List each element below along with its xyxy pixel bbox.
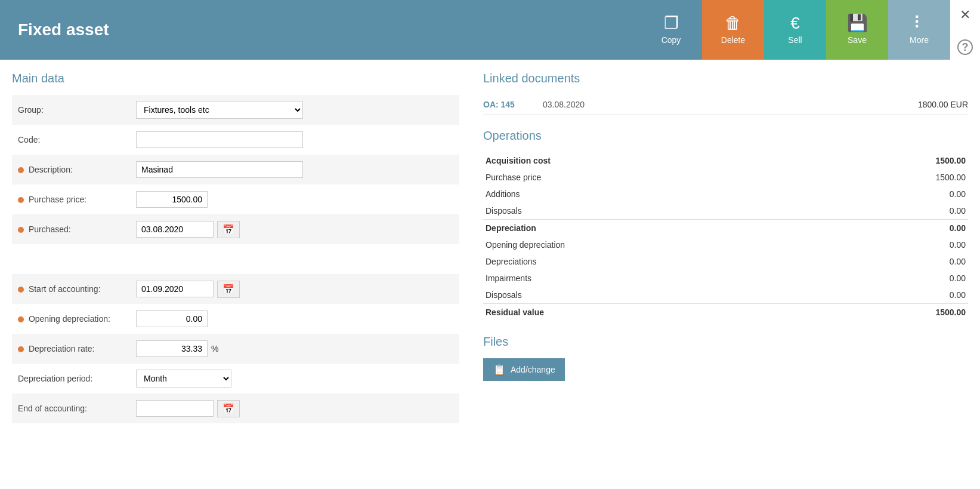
end-accounting-date-input[interactable]	[136, 400, 214, 417]
main-layout: Main data Group: Fixtures, tools etc Mac…	[0, 60, 980, 423]
opening-depreciation-field	[131, 304, 459, 334]
more-button[interactable]: ⠇ More	[888, 0, 950, 60]
operations-row: Residual value1500.00	[483, 304, 968, 321]
linked-doc-amount: 1800.00 EUR	[918, 100, 968, 109]
save-button[interactable]: 💾 Save	[826, 0, 888, 60]
start-accounting-label: Start of accounting:	[12, 274, 131, 304]
code-input[interactable]	[136, 131, 303, 148]
purchased-date-field: 📅	[136, 221, 455, 238]
sell-button[interactable]: € Sell	[764, 0, 826, 60]
copy-button[interactable]: ❐ Copy	[640, 0, 702, 60]
start-accounting-calendar-button[interactable]: 📅	[217, 281, 240, 298]
required-dot6	[18, 346, 24, 352]
code-field	[131, 125, 459, 155]
operations-row: Disposals0.00	[483, 202, 968, 220]
add-change-button[interactable]: 📋 Add/change	[483, 358, 565, 381]
operations-label: Impairments	[483, 270, 826, 287]
operations-label: Depreciations	[483, 253, 826, 270]
operations-value: 1500.00	[826, 169, 968, 186]
delete-button[interactable]: 🗑 Delete	[702, 0, 764, 60]
operations-row: Additions0.00	[483, 186, 968, 202]
depreciation-rate-field: %	[131, 334, 459, 364]
page-title: Fixed asset	[0, 20, 640, 39]
header-right-top: ✕	[950, 0, 980, 30]
left-panel: Main data Group: Fixtures, tools etc Mac…	[12, 72, 477, 423]
group-field: Fixtures, tools etc Machinery Buildings …	[131, 95, 459, 125]
operations-table: Acquisition cost1500.00Purchase price150…	[483, 152, 968, 321]
operations-label: Additions	[483, 186, 826, 202]
operations-row: Disposals0.00	[483, 287, 968, 304]
group-row: Group: Fixtures, tools etc Machinery Bui…	[12, 95, 459, 125]
purchased-calendar-button[interactable]: 📅	[217, 221, 240, 238]
required-dot5	[18, 316, 24, 322]
description-field	[131, 155, 459, 184]
operations-row: Depreciations0.00	[483, 253, 968, 270]
operations-value: 0.00	[826, 202, 968, 220]
operations-label: Disposals	[483, 287, 826, 304]
required-dot3	[18, 227, 24, 233]
start-accounting-field: 📅	[131, 274, 459, 304]
depreciation-period-row: Depreciation period: Month Year Quarter	[12, 364, 459, 393]
linked-doc-date: 03.08.2020	[543, 100, 906, 109]
purchased-field: 📅	[131, 214, 459, 244]
toolbar: ❐ Copy 🗑 Delete € Sell 💾 Save ⠇ More ✕ ?	[640, 0, 980, 60]
required-dot2	[18, 197, 24, 203]
linked-doc-link[interactable]: OA: 145	[483, 100, 531, 109]
help-icon: ?	[957, 39, 973, 55]
start-accounting-date-input[interactable]	[136, 281, 214, 297]
description-input[interactable]	[136, 161, 303, 178]
help-button[interactable]: ?	[950, 30, 980, 60]
main-data-title: Main data	[12, 72, 459, 85]
purchased-label: Purchased:	[12, 214, 131, 244]
purchase-price-label: Purchase price:	[12, 184, 131, 214]
end-accounting-calendar-button[interactable]: 📅	[217, 400, 240, 417]
required-dot	[18, 167, 24, 173]
purchase-price-row: Purchase price:	[12, 184, 459, 214]
linked-docs-title: Linked documents	[483, 72, 968, 85]
code-row: Code:	[12, 125, 459, 155]
operations-value: 1500.00	[826, 304, 968, 321]
files-title: Files	[483, 335, 968, 349]
depreciation-rate-row: Depreciation rate: %	[12, 334, 459, 364]
header: Fixed asset ❐ Copy 🗑 Delete € Sell 💾 Sav…	[0, 0, 980, 60]
operations-label: Disposals	[483, 202, 826, 220]
operations-value: 0.00	[826, 270, 968, 287]
operations-row: Impairments0.00	[483, 270, 968, 287]
purchase-price-input[interactable]	[136, 191, 208, 208]
end-accounting-label: End of accounting:	[12, 393, 131, 423]
purchase-price-field	[131, 184, 459, 214]
operations-value: 0.00	[826, 253, 968, 270]
delete-icon: 🗑	[725, 15, 741, 32]
opening-depreciation-row: Opening depreciation:	[12, 304, 459, 334]
start-accounting-date-field: 📅	[136, 281, 455, 298]
start-accounting-row: Start of accounting: 📅	[12, 274, 459, 304]
depreciation-period-select[interactable]: Month Year Quarter	[136, 370, 231, 387]
add-change-label: Add/change	[511, 365, 555, 374]
end-accounting-field: 📅	[131, 393, 459, 423]
linked-doc-row: OA: 145 03.08.2020 1800.00 EUR	[483, 95, 968, 115]
group-label: Group:	[12, 95, 131, 125]
operations-value: 0.00	[826, 236, 968, 253]
add-change-icon: 📋	[493, 363, 506, 376]
purchased-row: Purchased: 📅	[12, 214, 459, 244]
operations-row: Opening depreciation0.00	[483, 236, 968, 253]
group-select[interactable]: Fixtures, tools etc Machinery Buildings …	[136, 101, 303, 119]
depreciation-period-label: Depreciation period:	[12, 364, 131, 393]
close-button[interactable]: ✕	[950, 0, 980, 30]
main-data-form: Group: Fixtures, tools etc Machinery Bui…	[12, 95, 459, 423]
operations-label: Opening depreciation	[483, 236, 826, 253]
depreciation-rate-input[interactable]	[136, 340, 208, 357]
purchased-date-input[interactable]	[136, 221, 214, 238]
depreciation-rate-label: Depreciation rate:	[12, 334, 131, 364]
operations-label: Purchase price	[483, 169, 826, 186]
rate-field-container: %	[136, 340, 455, 357]
depreciation-period-field: Month Year Quarter	[131, 364, 459, 393]
operations-value: 0.00	[826, 220, 968, 237]
save-icon: 💾	[847, 15, 868, 32]
operations-value: 0.00	[826, 287, 968, 304]
linked-docs-list: OA: 145 03.08.2020 1800.00 EUR	[483, 95, 968, 115]
more-icon: ⠇	[913, 15, 926, 32]
end-accounting-date-field: 📅	[136, 400, 455, 417]
description-label: Description:	[12, 155, 131, 184]
opening-depreciation-input[interactable]	[136, 310, 208, 327]
